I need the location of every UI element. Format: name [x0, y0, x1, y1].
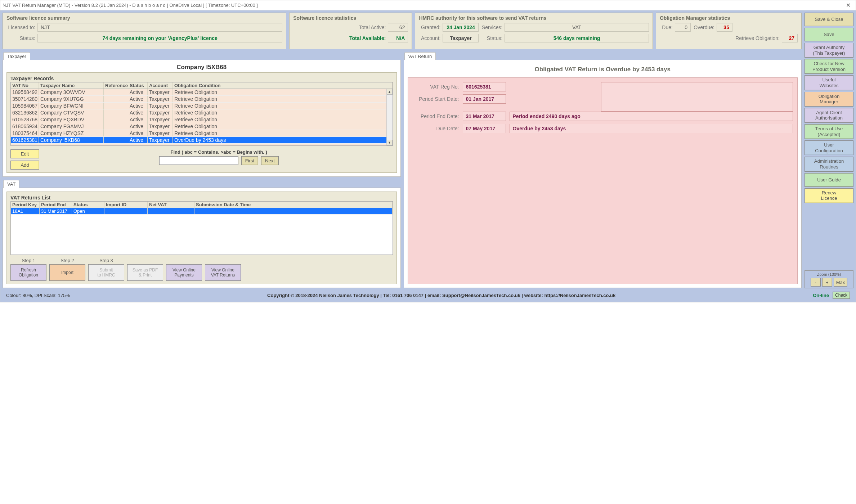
- taxpayer-col-header[interactable]: Taxpayer Name: [39, 82, 104, 89]
- licence-status-value: 74 days remaining on your 'AgencyPlus' l…: [37, 34, 282, 42]
- user-guide-button[interactable]: User Guide: [805, 173, 853, 187]
- obligation-manager-button[interactable]: Obligation Manager: [805, 92, 853, 107]
- import-button[interactable]: Import: [49, 264, 85, 281]
- total-active-label: Total Active:: [293, 24, 386, 30]
- vat-return-cell: 31 Mar 2017: [40, 208, 72, 214]
- taxpayer-cell: Active: [128, 103, 148, 109]
- edit-button[interactable]: Edit: [10, 149, 39, 158]
- taxpayer-cell: [104, 137, 128, 143]
- terms-of-use-button[interactable]: Terms of Use (Accepted): [805, 124, 853, 139]
- tab-vat[interactable]: VAT: [3, 180, 19, 188]
- admin-routines-button[interactable]: Administration Routines: [805, 157, 853, 171]
- find-label: Find ( abc = Contains. >abc = Begins wit…: [171, 149, 267, 155]
- total-active-value: 62: [388, 23, 408, 32]
- taxpayer-col-header[interactable]: Obligation Condition: [173, 82, 393, 89]
- taxpayer-row[interactable]: 180375464Company HZYQSZActiveTaxpayerRet…: [11, 130, 393, 137]
- tab-taxpayer[interactable]: Taxpayer: [3, 52, 30, 60]
- save-close-button[interactable]: Save & Close: [805, 13, 853, 26]
- zoom-label: Zoom (100%): [807, 272, 851, 276]
- licence-summary-card: Software licence summary Licensed to: NJ…: [3, 13, 286, 49]
- taxpayer-col-header[interactable]: VAT No: [11, 82, 39, 89]
- taxpayer-cell: [104, 116, 128, 123]
- add-button[interactable]: Add: [10, 161, 39, 170]
- view-payments-button[interactable]: View Online Payments: [166, 264, 202, 281]
- footer-colour: Colour: 80%, DPI Scale: 175%: [6, 293, 70, 298]
- taxpayer-row[interactable]: 601625381Company I5XB68ActiveTaxpayerOve…: [11, 137, 393, 144]
- taxpayer-row[interactable]: 632136862Company CTVQSVActiveTaxpayerRet…: [11, 109, 393, 116]
- vat-returns-col-header[interactable]: Period End: [40, 202, 72, 208]
- submit-hmrc-button[interactable]: Submit to HMRC: [88, 264, 124, 281]
- scroll-up-icon[interactable]: ▲: [387, 89, 393, 95]
- taxpayer-cell: Taxpayer: [148, 109, 173, 116]
- taxpayer-cell: 618065934: [11, 123, 39, 130]
- hmrc-account-value: Taxpayer: [443, 34, 479, 42]
- check-version-button[interactable]: Check for New Product Version: [805, 59, 853, 74]
- main-window: NJT VAT Return Manager (MTD) - Version 8…: [0, 0, 856, 302]
- vat-returns-col-header[interactable]: Import ID: [104, 202, 148, 208]
- agent-client-auth-button[interactable]: Agent-Client Authorisation: [805, 108, 853, 123]
- find-first-button[interactable]: First: [241, 156, 258, 165]
- vat-return-cell: [104, 208, 148, 214]
- taxpayer-cell: Company 3OWVDV: [39, 89, 104, 95]
- step2-label: Step 2: [49, 258, 85, 263]
- vat-returns-col-header[interactable]: Net VAT: [148, 202, 194, 208]
- vat-return-row[interactable]: 18A131 Mar 2017Open: [11, 208, 393, 215]
- taxpayer-cell: Active: [128, 109, 148, 116]
- zoom-max-button[interactable]: Max: [834, 278, 848, 287]
- taxpayer-row[interactable]: 189568492Company 3OWVDVActiveTaxpayerRet…: [11, 89, 393, 96]
- taxpayer-cell: 189568492: [11, 89, 39, 95]
- scroll-down-icon[interactable]: ▼: [387, 140, 393, 145]
- grant-authority-button[interactable]: Grant Authority (This Taxpayer): [805, 43, 853, 58]
- taxpayer-cell: [104, 89, 128, 95]
- vat-return-title: Obligated VAT Return is Overdue by 2453 …: [408, 66, 798, 73]
- taxpayer-cell: Active: [128, 130, 148, 136]
- taxpayer-col-header[interactable]: Account: [148, 82, 173, 89]
- zoom-in-button[interactable]: +: [822, 278, 832, 287]
- taxpayer-row[interactable]: 610528768Company EQXBDVActiveTaxpayerRet…: [11, 116, 393, 123]
- taxpayer-scrollbar[interactable]: ▲ ▼: [386, 89, 393, 145]
- vat-return-cell: [194, 208, 393, 214]
- taxpayer-row[interactable]: 350714280Company 9XU7GGActiveTaxpayerRet…: [11, 96, 393, 103]
- close-icon[interactable]: ✕: [843, 2, 853, 9]
- taxpayer-cell: Retrieve Obligation: [173, 123, 393, 130]
- summary-row: Software licence summary Licensed to: NJ…: [3, 13, 802, 49]
- taxpayer-cell: Company CTVQSV: [39, 109, 104, 116]
- taxpayer-col-header[interactable]: Status: [128, 82, 148, 89]
- useful-websites-button[interactable]: Useful Websites: [805, 75, 853, 90]
- find-next-button[interactable]: Next: [261, 156, 279, 165]
- retrieve-value: 27: [782, 34, 798, 42]
- taxpayer-cell: 632136862: [11, 109, 39, 116]
- refresh-obligation-button[interactable]: Refresh Obligation: [10, 264, 46, 281]
- vat-returns-col-header[interactable]: Submission Date & Time: [194, 202, 393, 208]
- zoom-panel: Zoom (100%) - + Max: [805, 270, 853, 288]
- retrieve-label: Retrieve Obligation:: [660, 35, 780, 41]
- taxpayer-cell: Retrieve Obligation: [173, 103, 393, 109]
- hmrc-status-label: Status:: [481, 35, 502, 41]
- vat-returns-col-header[interactable]: Period Key: [11, 202, 40, 208]
- taxpayer-cell: 610528768: [11, 116, 39, 123]
- view-returns-button[interactable]: View Online VAT Returns: [205, 264, 241, 281]
- vat-returns-col-header[interactable]: Status: [72, 202, 104, 208]
- taxpayer-cell: [104, 130, 128, 136]
- find-input[interactable]: [159, 156, 238, 165]
- zoom-out-button[interactable]: -: [811, 278, 821, 287]
- tab-vat-return[interactable]: VAT Return: [404, 52, 436, 60]
- vat-return-cell: Open: [72, 208, 104, 214]
- taxpayer-cell: Active: [128, 137, 148, 143]
- vat-reg-label: VAT Reg No:: [412, 84, 459, 90]
- user-config-button[interactable]: User Configuration: [805, 140, 853, 155]
- vat-empty-box: [601, 82, 793, 112]
- save-button[interactable]: Save: [805, 28, 853, 41]
- taxpayer-cell: Taxpayer: [148, 103, 173, 109]
- period-start-value: 01 Jan 2017: [463, 94, 506, 104]
- footer-check-button[interactable]: Check: [833, 292, 850, 299]
- taxpayer-row[interactable]: 105984067Company BFWGNIActiveTaxpayerRet…: [11, 103, 393, 109]
- taxpayer-col-header[interactable]: Reference: [104, 82, 128, 89]
- taxpayer-row[interactable]: 618065934Company FGAMVJActiveTaxpayerRet…: [11, 123, 393, 130]
- save-pdf-button[interactable]: Save as PDF & Print: [127, 264, 163, 281]
- due-date-note: Overdue by 2453 days: [510, 124, 793, 133]
- renew-licence-button[interactable]: Renew Licence: [805, 188, 853, 203]
- taxpayer-cell: Company I5XB68: [39, 137, 104, 143]
- total-avail-label: Total Available:: [293, 35, 386, 41]
- taxpayer-cell: Company EQXBDV: [39, 116, 104, 123]
